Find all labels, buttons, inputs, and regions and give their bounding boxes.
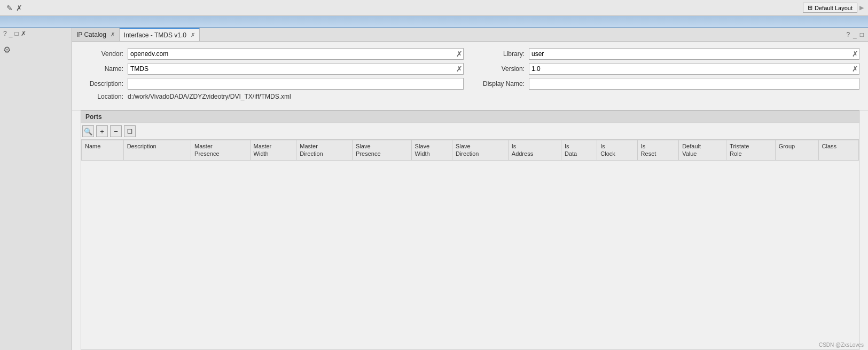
description-input-wrap — [128, 78, 464, 90]
name-version-row: Name: ✗ Version: ✗ — [81, 63, 859, 75]
col-default-value: DefaultValue — [679, 140, 726, 161]
col-master-direction: MasterDirection — [296, 140, 353, 161]
version-input-wrap: ✗ — [529, 63, 859, 75]
expand-icon: ▶ — [859, 4, 864, 11]
col-slave-width: SlaveWidth — [411, 140, 452, 161]
name-input-wrap: ✗ — [128, 63, 464, 75]
ports-table-head: Name Description MasterPresence MasterWi… — [82, 140, 859, 161]
top-bar-left: ✎ ✗ — [4, 4, 22, 12]
minimize-icon[interactable]: _ — [9, 30, 13, 37]
col-slave-direction: SlaveDirection — [452, 140, 508, 161]
display-name-input-wrap — [529, 78, 859, 90]
top-bar: ✎ ✗ ⊞ Default Layout ▶ — [0, 0, 868, 16]
tab-right-icons: ? _ □ — [846, 31, 868, 38]
maximize-icon[interactable]: □ — [14, 30, 18, 37]
col-tristate-role: TristateRole — [726, 140, 776, 161]
left-sidebar: ? _ □ ✗ ⚙ — [0, 28, 72, 350]
col-is-data: IsData — [561, 140, 597, 161]
ports-table: Name Description MasterPresence MasterWi… — [81, 140, 859, 161]
vendor-input-wrap: ✗ — [128, 48, 464, 60]
display-name-group: Display Name: — [476, 78, 859, 90]
vendor-group: Vendor: ✗ — [81, 48, 464, 60]
close-sidebar-icon[interactable]: ✗ — [21, 30, 26, 37]
tab-interface-tmds-label: Interface - TMDS v1.0 — [124, 31, 186, 39]
blue-banner — [0, 16, 868, 28]
vendor-label: Vendor: — [81, 50, 123, 58]
tab-interface-tmds-close[interactable]: ✗ — [191, 32, 195, 38]
version-label: Version: — [476, 65, 525, 73]
default-layout-label: Default Layout — [815, 5, 853, 11]
tab-ip-catalog-label: IP Catalog — [76, 31, 106, 38]
ports-table-wrap: Name Description MasterPresence MasterWi… — [81, 139, 859, 350]
tab-ip-catalog-close[interactable]: ✗ — [111, 31, 115, 37]
sidebar-top-icons: ? _ □ ✗ — [0, 28, 72, 39]
vendor-library-row: Vendor: ✗ Library: ✗ — [81, 48, 859, 60]
close-icon[interactable]: ✗ — [16, 4, 22, 12]
form-area: Vendor: ✗ Library: ✗ Name: — [72, 42, 868, 110]
col-name: Name — [82, 140, 124, 161]
description-group: Description: — [81, 78, 464, 90]
description-label: Description: — [81, 80, 123, 88]
tabs-area: IP Catalog ✗ Interface - TMDS v1.0 ✗ ? _… — [72, 28, 868, 350]
layout-icon: ⊞ — [808, 4, 812, 11]
col-group: Group — [775, 140, 818, 161]
add-button[interactable]: + — [96, 125, 108, 137]
library-input-wrap: ✗ — [529, 48, 859, 60]
version-clear-icon[interactable]: ✗ — [852, 65, 858, 73]
ports-toolbar: 🔍 + − ❑ — [81, 123, 859, 139]
library-clear-icon[interactable]: ✗ — [852, 50, 858, 58]
tab-ip-catalog[interactable]: IP Catalog ✗ — [72, 28, 120, 41]
ports-table-header-row: Name Description MasterPresence MasterWi… — [82, 140, 859, 161]
description-displayname-row: Description: Display Name: — [81, 78, 859, 90]
ports-section: Ports 🔍 + − ❑ Name Description MasterPre… — [72, 110, 868, 350]
watermark: CSDN @ZxsLoves — [819, 342, 864, 348]
col-master-presence: MasterPresence — [191, 140, 251, 161]
name-label: Name: — [81, 65, 123, 73]
tab-min-icon[interactable]: _ — [853, 31, 857, 38]
tab-bar: IP Catalog ✗ Interface - TMDS v1.0 ✗ ? _… — [72, 28, 868, 42]
tab-interface-tmds[interactable]: Interface - TMDS v1.0 ✗ — [120, 28, 200, 41]
col-description: Description — [123, 140, 191, 161]
col-is-address: IsAddress — [508, 140, 561, 161]
copy-button[interactable]: ❑ — [124, 125, 136, 137]
ports-label: Ports — [85, 113, 102, 121]
version-group: Version: ✗ — [476, 63, 859, 75]
col-is-reset: IsReset — [637, 140, 679, 161]
remove-button[interactable]: − — [110, 125, 122, 137]
location-row: Location: d:/work/VivadoDADA/ZDYZvideotr… — [81, 93, 859, 100]
name-group: Name: ✗ — [81, 63, 464, 75]
display-name-input[interactable] — [529, 78, 859, 90]
default-layout-button[interactable]: ⊞ Default Layout — [803, 3, 857, 13]
question-icon[interactable]: ? — [3, 30, 7, 37]
main-area: ? _ □ ✗ ⚙ IP Catalog ✗ Interface - TMDS … — [0, 28, 868, 350]
location-label: Location: — [81, 93, 123, 100]
col-class: Class — [818, 140, 858, 161]
library-input[interactable] — [529, 48, 859, 60]
col-is-clock: IsClock — [597, 140, 637, 161]
version-input[interactable] — [529, 63, 859, 75]
tab-question-icon[interactable]: ? — [846, 31, 850, 38]
library-group: Library: ✗ — [476, 48, 859, 60]
tab-max-icon[interactable]: □ — [860, 31, 864, 38]
name-input[interactable] — [128, 63, 464, 75]
sidebar-gear-area: ⚙ — [0, 43, 72, 57]
edit-icon[interactable]: ✎ — [6, 4, 13, 12]
search-button[interactable]: 🔍 — [82, 125, 94, 137]
vendor-clear-icon[interactable]: ✗ — [456, 50, 463, 58]
col-master-width: MasterWidth — [250, 140, 296, 161]
gear-icon[interactable]: ⚙ — [3, 45, 11, 54]
location-value: d:/work/VivadoDADA/ZDYZvideotry/DVI_TX/i… — [128, 93, 291, 100]
description-input[interactable] — [128, 78, 464, 90]
col-slave-presence: SlavePresence — [353, 140, 412, 161]
ports-header: Ports — [81, 110, 859, 123]
display-name-label: Display Name: — [476, 80, 525, 88]
library-label: Library: — [476, 50, 525, 58]
name-clear-icon[interactable]: ✗ — [456, 65, 463, 73]
vendor-input[interactable] — [128, 48, 464, 60]
